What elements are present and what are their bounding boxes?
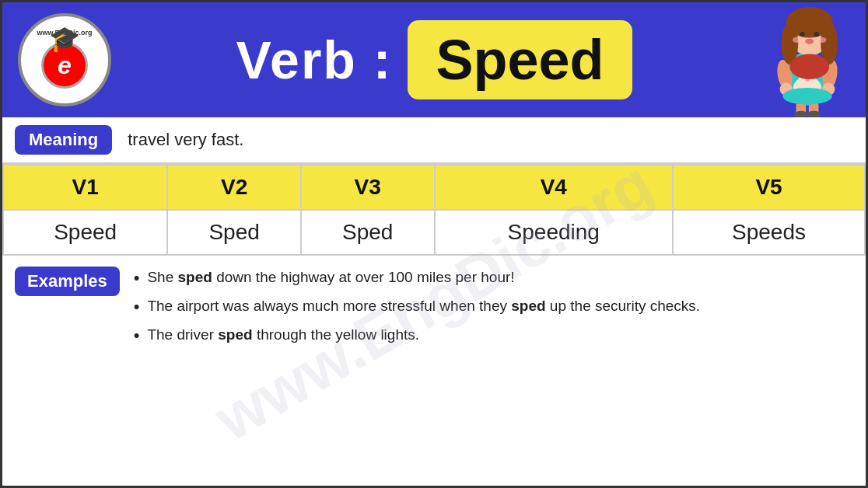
verb-table: V1 V2 V3 V4 V5 Speed Sped Sped Speeding … <box>2 164 866 256</box>
svg-point-25 <box>818 37 827 43</box>
table-cell-v5: Speeds <box>673 210 865 255</box>
table-header-v1: V1 <box>3 165 167 210</box>
table-data-row: Speed Sped Sped Speeding Speeds <box>3 210 865 255</box>
examples-badge: Examples <box>15 267 120 296</box>
svg-point-22 <box>814 32 819 37</box>
bold-sped-1: sped <box>178 269 212 285</box>
logo-e-letter: e <box>58 51 72 80</box>
table-cell-v4: Speeding <box>435 210 673 255</box>
example-text-2: The airport was always much more stressf… <box>147 295 700 318</box>
bullet-1: • <box>134 267 140 291</box>
bold-sped-2: sped <box>511 298 545 314</box>
svg-point-23 <box>805 39 814 44</box>
svg-point-15 <box>807 111 821 117</box>
main-container: www.EngDic.org 🎓 e Verb : Speed <box>0 0 868 488</box>
example-text-1: She sped down the highway at over 100 mi… <box>147 267 514 289</box>
logo: www.EngDic.org 🎓 e <box>18 13 111 106</box>
table-header-row: V1 V2 V3 V4 V5 <box>3 165 865 210</box>
examples-list: • She sped down the highway at over 100 … <box>134 267 700 352</box>
character-illustration <box>757 2 858 117</box>
table-cell-v3: Sped <box>301 210 435 255</box>
examples-row: Examples • She sped down the highway at … <box>2 256 866 486</box>
meaning-text: travel very fast. <box>128 130 243 150</box>
list-item: • She sped down the highway at over 100 … <box>134 267 700 291</box>
table-header-v2: V2 <box>167 165 301 210</box>
svg-point-24 <box>793 37 801 43</box>
svg-point-14 <box>794 111 808 117</box>
list-item: • The airport was always much more stres… <box>134 295 700 319</box>
bullet-2: • <box>134 295 140 319</box>
example-text-3: The driver sped through the yellow light… <box>147 324 419 347</box>
header-title: Verb : <box>236 30 392 90</box>
header-word-box: Speed <box>408 20 632 99</box>
bullet-3: • <box>134 324 140 348</box>
meaning-row: Meaning travel very fast. <box>2 117 866 164</box>
header-word: Speed <box>436 28 604 92</box>
header: www.EngDic.org 🎓 e Verb : Speed <box>2 2 866 117</box>
bold-sped-3: sped <box>218 326 252 343</box>
content-area: www.EngDic.org Meaning travel very fast.… <box>2 117 866 486</box>
table-cell-v2: Sped <box>167 210 301 255</box>
table-header-v3: V3 <box>301 165 435 210</box>
table-cell-v1: Speed <box>3 210 167 255</box>
svg-point-21 <box>800 32 804 37</box>
svg-point-16 <box>782 88 831 105</box>
meaning-badge: Meaning <box>15 125 112 155</box>
svg-point-26 <box>789 54 829 79</box>
table-header-v5: V5 <box>673 165 865 210</box>
list-item: • The driver sped through the yellow lig… <box>134 324 700 348</box>
table-header-v4: V4 <box>435 165 673 210</box>
character-svg <box>761 5 854 117</box>
